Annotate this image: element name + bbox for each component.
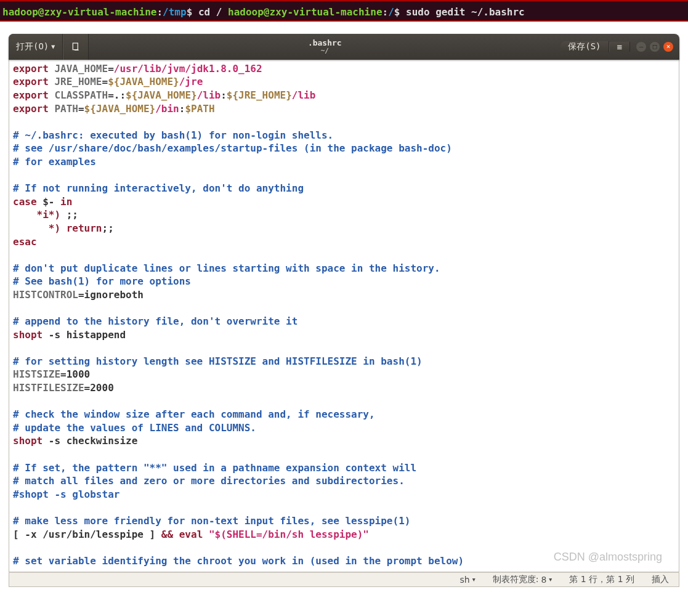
tab-width-selector[interactable]: 制表符宽度: 8▾ (493, 574, 552, 585)
cursor-position: 第 1 行，第 1 列 (569, 574, 634, 585)
status-bar: sh▾ 制表符宽度: 8▾ 第 1 行，第 1 列 插入 (9, 572, 679, 587)
terminal-panel: hadoop@zxy-virtual-machine:/tmp$ cd / ha… (0, 0, 688, 22)
chevron-down-icon: ▾ (472, 576, 476, 583)
maximize-button[interactable]: □ (650, 42, 660, 52)
hamburger-icon: ≡ (617, 42, 622, 52)
chevron-down-icon: ▼ (51, 43, 55, 50)
language-selector[interactable]: sh▾ (460, 575, 476, 585)
file-name: .bashrc (308, 39, 342, 47)
insert-mode[interactable]: 插入 (652, 574, 669, 585)
terminal-output[interactable]: hadoop@zxy-virtual-machine:/tmp$ cd / ha… (0, 6, 688, 20)
open-button-label: 打开(O) (16, 41, 49, 52)
gedit-headerbar: 打开(O) ▼ .bashrc ~/ 保存(S) ≡ – □ (9, 34, 679, 60)
close-button[interactable]: × (663, 42, 673, 52)
window-controls: – □ × (630, 42, 679, 52)
save-button-label: 保存(S) (568, 41, 601, 52)
chevron-down-icon: ▾ (549, 576, 552, 583)
gedit-window: 打开(O) ▼ .bashrc ~/ 保存(S) ≡ – □ (9, 34, 679, 572)
editor-textarea[interactable]: export JAVA_HOME=/usr/lib/jvm/jdk1.8.0_1… (9, 60, 679, 572)
file-path: ~/ (321, 47, 329, 55)
open-button[interactable]: 打开(O) ▼ (9, 34, 63, 60)
svg-rect-0 (73, 43, 78, 50)
save-button[interactable]: 保存(S) (561, 41, 609, 52)
new-document-icon (71, 42, 81, 52)
hamburger-menu-button[interactable]: ≡ (609, 42, 630, 52)
new-tab-button[interactable] (63, 34, 89, 60)
minimize-button[interactable]: – (636, 42, 646, 52)
window-title: .bashrc ~/ (89, 34, 561, 60)
